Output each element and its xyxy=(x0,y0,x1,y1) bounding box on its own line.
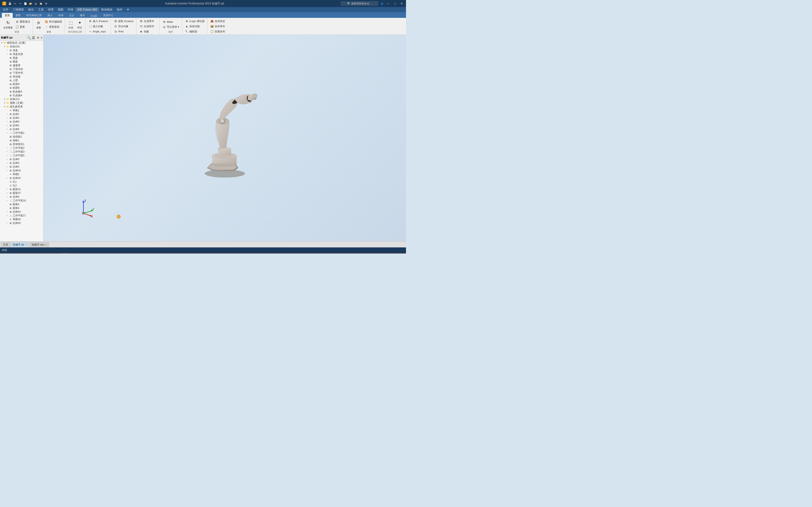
tree-item[interactable]: ⊞上臂 xyxy=(0,78,43,82)
btn-create[interactable]: ◈ 创建 xyxy=(138,29,158,34)
tree-item[interactable]: +⊞拉伸15 xyxy=(0,210,43,214)
btn-add-function[interactable]: ▲ 添加功能 xyxy=(184,24,206,29)
tree-item[interactable]: +⬚工作平面3 xyxy=(0,150,43,154)
tree-item[interactable]: ⊞所有阵列1 xyxy=(0,142,43,146)
tree-item[interactable]: ⊞下背外壳 xyxy=(0,71,43,75)
menu-addins[interactable]: 附加模块 xyxy=(99,7,114,12)
tree-item[interactable]: +⬚工作平面1 xyxy=(0,131,43,135)
tab-jixieshou-ipt[interactable]: 机械手.ipt ✕ xyxy=(11,242,29,247)
store-btn[interactable]: 🛍 xyxy=(51,253,59,254)
btn-gen-parts[interactable]: ⊞ 生成零件 xyxy=(138,19,158,23)
tree-item[interactable]: +⊞拉伸4 xyxy=(0,127,43,131)
tab-ilogic[interactable]: iLogic xyxy=(88,14,100,18)
btn-ipart[interactable]: ◎ iPart xyxy=(112,29,135,34)
tab-insert[interactable]: 插入 xyxy=(45,13,55,18)
menu-collaborate[interactable]: 协作 xyxy=(115,7,124,12)
app-icon[interactable]: I xyxy=(2,1,7,6)
tree-item[interactable]: +⊞拉伸1 xyxy=(0,112,43,116)
menu-annotation[interactable]: 标注 xyxy=(26,7,36,12)
tree-item[interactable]: ⊞背连接 xyxy=(0,75,43,78)
btn-insert-ifeature[interactable]: ⊕ 插入 iFeature xyxy=(87,19,109,23)
tab-jixieshou-iam-close[interactable]: ✕ xyxy=(45,243,47,246)
btn-update-shape[interactable]: ↑ 更新形状 xyxy=(44,25,63,30)
btn-angle-equi[interactable]: ≈ Angle_equi xyxy=(87,29,109,34)
tree-item[interactable]: ▼📁模型状态: [主要] xyxy=(0,41,43,45)
btn-ilogic-test[interactable]: ⊕ iLogic 测试器 xyxy=(184,19,206,23)
tree-item[interactable]: ▼📁实体(19) xyxy=(0,45,43,48)
sidebar-close-btn[interactable]: ✕ xyxy=(37,36,39,40)
btn-extract-ifeature[interactable]: ⊞ 提取 iFeature xyxy=(112,19,135,23)
sidebar-menu-btn[interactable]: ☰ xyxy=(32,36,35,40)
tree-item[interactable]: +⊞圆形37 xyxy=(0,191,43,195)
viewport[interactable]: Z Y X xyxy=(44,35,406,241)
menu-tools[interactable]: 工具 xyxy=(36,7,46,12)
tree-item[interactable]: ⊞下背内壳 xyxy=(0,67,43,71)
tree-item[interactable]: ⊞孔连接A xyxy=(0,94,43,97)
menu-3d-model[interactable]: 三维模型 xyxy=(11,7,26,12)
user-icon[interactable]: 👤 xyxy=(380,1,385,6)
tree-item[interactable]: +⬚工作平面5 xyxy=(0,154,43,157)
close-button[interactable]: ✕ xyxy=(399,1,404,6)
menu-fusion360[interactable]: tHE Fusion 360 xyxy=(75,7,99,12)
tree-item[interactable]: +⬚工作平面16 xyxy=(0,199,43,202)
btn-feature[interactable]: ✦ 特征 xyxy=(75,19,84,30)
tree-item[interactable]: +⊞拉伸3 xyxy=(0,157,43,161)
tree-item[interactable]: ✏草图2 xyxy=(0,172,43,176)
tree-item[interactable]: ▼📁实体(21) xyxy=(0,97,43,101)
tree-item[interactable]: ⊞面角6 xyxy=(0,206,43,210)
tree-item[interactable]: ⊞圆盘 xyxy=(0,60,43,63)
app7-btn[interactable]: 📊 xyxy=(79,253,88,254)
btn-batch-publish[interactable]: 📋 批量发布 xyxy=(209,29,226,34)
tab-jixieshou-ipt-close[interactable]: ✕ xyxy=(25,243,27,246)
tree-item[interactable]: +⊞拉伸26 xyxy=(0,221,43,225)
menu-more[interactable]: ▼ xyxy=(125,7,131,12)
btn-ilogic-editor[interactable]: 🔧 编辑器 xyxy=(184,29,206,34)
save-icon[interactable]: 💾 xyxy=(7,1,12,6)
redo-icon[interactable]: ↪ xyxy=(18,1,22,6)
tab-numbering[interactable]: 编号 xyxy=(77,13,88,18)
tree-item[interactable]: ⊞机臂B xyxy=(0,86,43,90)
btn-imate[interactable]: ⊕ iMate xyxy=(161,19,181,24)
btn-reactivate[interactable]: ⚙ 重新激活 xyxy=(14,19,31,24)
menu-view[interactable]: 视图 xyxy=(56,7,65,12)
sidebar-expand-btn[interactable]: + xyxy=(41,36,42,40)
open-icon[interactable]: 📂 xyxy=(28,1,33,6)
maximize-button[interactable]: □ xyxy=(392,1,398,6)
tree-item[interactable]: +⊞拉伸1 xyxy=(0,123,43,127)
tree-item[interactable]: +⊞拉伸2 xyxy=(0,165,43,169)
tree-item[interactable]: ⊞减速滑 xyxy=(0,63,43,67)
tree-item[interactable]: ▼📁视图: [主要] xyxy=(0,101,43,105)
btn-params[interactable]: fx 参数 xyxy=(35,19,43,30)
task-view-btn[interactable]: ⬜ xyxy=(23,253,31,254)
tree-item[interactable]: ✏草图40 xyxy=(0,217,43,221)
tree-item[interactable]: +⊞拉伸3 xyxy=(0,161,43,165)
tree-item[interactable]: ⊞机连接A xyxy=(0,90,43,94)
tree-item[interactable]: +⊞淮盘支架 xyxy=(0,52,43,56)
tab-styles[interactable]: 样式和标记库 xyxy=(23,13,45,18)
new-icon[interactable]: 📄 xyxy=(23,1,28,6)
tree-item[interactable]: ▼📁派生参照系 xyxy=(0,105,43,108)
menu-manage[interactable]: 管理 xyxy=(46,7,55,12)
tab-layout[interactable]: 布局 xyxy=(55,13,66,18)
tree-item[interactable]: +⊞拉伸2 xyxy=(0,116,43,120)
tree-item[interactable]: ✏草图1 xyxy=(0,108,43,112)
app9-btn[interactable]: 📱 xyxy=(98,253,106,254)
menu-file[interactable]: 文件 xyxy=(1,7,10,12)
btn-export-object[interactable]: ⊡ 导出对象 xyxy=(112,24,135,29)
tab-pointcloud[interactable]: 点云 xyxy=(66,13,77,18)
tree-item[interactable]: +⊞圆形31 xyxy=(0,187,43,191)
minimize-button[interactable]: ─ xyxy=(386,1,391,6)
home-icon[interactable]: 🏠 xyxy=(39,1,43,6)
undo-icon[interactable]: ↩ xyxy=(13,1,17,6)
start-button[interactable] xyxy=(2,253,10,254)
btn-publish-part[interactable]: 📦 发布零件 xyxy=(209,24,226,29)
tree-item[interactable]: ⊞倒角1 xyxy=(0,138,43,142)
explorer-btn[interactable]: 📁 xyxy=(42,253,50,254)
btn-style-editor[interactable]: 🎨 样式编辑器 xyxy=(44,19,63,24)
app8-btn[interactable]: 🔴 xyxy=(89,253,97,254)
tree-item[interactable]: ⊞机臂A xyxy=(0,82,43,86)
tree-item[interactable]: ⊞面角5 xyxy=(0,202,43,206)
print-icon[interactable]: 🖨 xyxy=(33,1,38,6)
btn-update[interactable]: 📋 更新 xyxy=(14,25,31,30)
settings-icon[interactable]: ⚙ xyxy=(44,1,48,6)
